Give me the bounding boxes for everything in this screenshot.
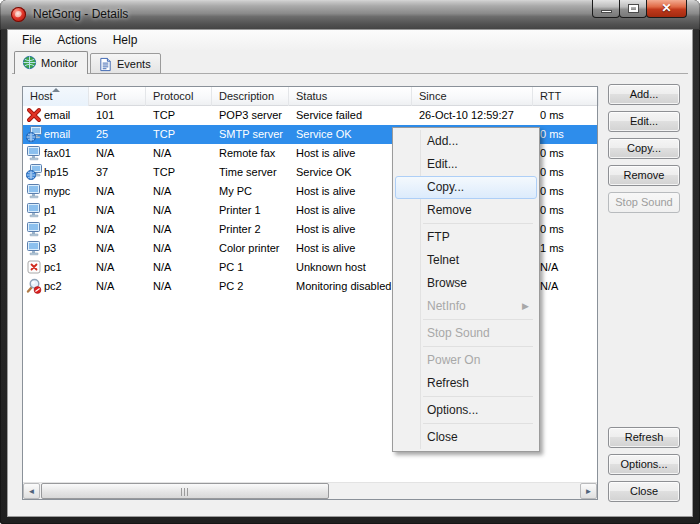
scroll-right-button[interactable]: ► xyxy=(580,483,597,499)
menu-separator xyxy=(423,223,533,224)
cell-port: N/A xyxy=(89,277,146,296)
menu-help[interactable]: Help xyxy=(105,30,146,50)
cell-protocol: TCP xyxy=(146,125,212,144)
context-menu-item-netinfo: NetInfo▶ xyxy=(395,295,537,318)
caption-buttons: ✕ xyxy=(593,0,687,18)
cell-rtt: N/A xyxy=(533,258,599,277)
menu-item-label: Copy... xyxy=(427,180,464,194)
maximize-button[interactable] xyxy=(619,0,647,18)
app-window: NetGong - Details ✕ FileActionsHelp Moni… xyxy=(0,0,700,524)
cell-description: POP3 server xyxy=(212,106,289,125)
column-header-description[interactable]: Description xyxy=(212,87,289,106)
list-header: HostPortProtocolDescriptionStatusSinceRT… xyxy=(23,87,597,106)
minimize-button[interactable] xyxy=(592,0,620,18)
cell-description: My PC xyxy=(212,182,289,201)
menu-item-label: Add... xyxy=(427,134,458,148)
app-icon xyxy=(11,7,26,22)
cell-rtt: 1 ms xyxy=(533,239,599,258)
context-menu-item-copy[interactable]: Copy... xyxy=(395,176,537,199)
tab-label: Monitor xyxy=(41,57,78,69)
column-header-host[interactable]: Host xyxy=(23,87,89,106)
tab-monitor[interactable]: Monitor xyxy=(14,51,88,74)
window-title: NetGong - Details xyxy=(33,7,128,21)
context-menu-item-browse[interactable]: Browse xyxy=(395,272,537,295)
column-header-rtt[interactable]: RTT xyxy=(533,87,599,106)
remove-button[interactable]: Remove xyxy=(608,165,680,186)
menu-separator xyxy=(423,319,533,320)
horizontal-scrollbar[interactable]: ◄ ► xyxy=(23,482,597,499)
maximize-icon xyxy=(629,5,638,12)
scroll-left-button[interactable]: ◄ xyxy=(23,483,40,499)
service-host-icon xyxy=(26,126,42,142)
menu-file[interactable]: File xyxy=(14,30,49,50)
menu-separator xyxy=(423,423,533,424)
cell-protocol: N/A xyxy=(146,182,212,201)
screen: NetGong - Details ✕ FileActionsHelp Moni… xyxy=(0,0,700,524)
cell-description: Time server xyxy=(212,163,289,182)
column-header-protocol[interactable]: Protocol xyxy=(146,87,212,106)
scrollbar-thumb[interactable] xyxy=(41,483,329,499)
cell-port: N/A xyxy=(89,220,146,239)
sort-ascending-icon xyxy=(52,88,60,92)
cell-description: Printer 2 xyxy=(212,220,289,239)
context-menu-item-close[interactable]: Close xyxy=(395,426,537,449)
context-menu-item-power-on: Power On xyxy=(395,349,537,372)
tab-strip: MonitorEvents xyxy=(8,51,692,74)
context-menu-item-add[interactable]: Add... xyxy=(395,130,537,153)
submenu-arrow-icon: ▶ xyxy=(522,295,529,318)
context-menu-item-refresh[interactable]: Refresh xyxy=(395,372,537,395)
copy-button[interactable]: Copy... xyxy=(608,138,680,159)
tab-label: Events xyxy=(117,58,151,70)
context-menu-item-ftp[interactable]: FTP xyxy=(395,226,537,249)
cell-rtt: 0 ms xyxy=(533,201,599,220)
context-menu-item-edit[interactable]: Edit... xyxy=(395,153,537,176)
column-header-status[interactable]: Status xyxy=(289,87,412,106)
cell-rtt: N/A xyxy=(533,277,599,296)
service-failed-icon xyxy=(26,107,42,123)
tab-events[interactable]: Events xyxy=(90,53,161,74)
cell-rtt: 0 ms xyxy=(533,163,599,182)
cell-protocol: N/A xyxy=(146,258,212,277)
edit-button[interactable]: Edit... xyxy=(608,111,680,132)
cell-rtt: 0 ms xyxy=(533,144,599,163)
menu-bar: FileActionsHelp xyxy=(8,30,692,50)
menu-item-label: Options... xyxy=(427,403,478,417)
menu-item-label: Browse xyxy=(427,276,467,290)
cell-description: Color printer xyxy=(212,239,289,258)
cell-description: SMTP server xyxy=(212,125,289,144)
menu-item-label: Telnet xyxy=(427,253,459,267)
column-header-since[interactable]: Since xyxy=(412,87,533,106)
column-header-port[interactable]: Port xyxy=(89,87,146,106)
cell-protocol: N/A xyxy=(146,239,212,258)
close-button[interactable]: Close xyxy=(608,481,680,502)
cell-status: Service failed xyxy=(289,106,412,125)
menu-actions[interactable]: Actions xyxy=(49,30,104,50)
options-button[interactable]: Options... xyxy=(608,454,680,475)
minimize-icon xyxy=(601,10,612,13)
menu-separator xyxy=(423,396,533,397)
cell-description: Remote fax xyxy=(212,144,289,163)
cell-port: N/A xyxy=(89,182,146,201)
cell-description: PC 2 xyxy=(212,277,289,296)
globe-icon xyxy=(22,55,37,70)
monitoring-disabled-icon xyxy=(26,278,42,294)
context-menu-item-stop-sound: Stop Sound xyxy=(395,322,537,345)
menu-item-label: Remove xyxy=(427,203,472,217)
host-icon xyxy=(26,240,42,256)
menu-item-label: Edit... xyxy=(427,157,458,171)
context-menu-item-telnet[interactable]: Telnet xyxy=(395,249,537,272)
close-button[interactable]: ✕ xyxy=(646,0,687,18)
add-button[interactable]: Add... xyxy=(608,84,680,105)
host-icon xyxy=(26,221,42,237)
context-menu-item-options[interactable]: Options... xyxy=(395,399,537,422)
unknown-host-icon xyxy=(26,259,42,275)
refresh-button[interactable]: Refresh xyxy=(608,427,680,448)
service-host-icon xyxy=(26,164,42,180)
cell-port: 37 xyxy=(89,163,146,182)
context-menu-item-remove[interactable]: Remove xyxy=(395,199,537,222)
stop-sound-button: Stop Sound xyxy=(608,192,680,213)
context-menu: Add...Edit...Copy...RemoveFTPTelnetBrows… xyxy=(392,127,540,452)
table-row[interactable]: email101TCPPOP3 serverService failed26-O… xyxy=(23,106,597,125)
title-bar[interactable]: NetGong - Details ✕ xyxy=(0,0,700,30)
close-icon: ✕ xyxy=(647,0,686,17)
